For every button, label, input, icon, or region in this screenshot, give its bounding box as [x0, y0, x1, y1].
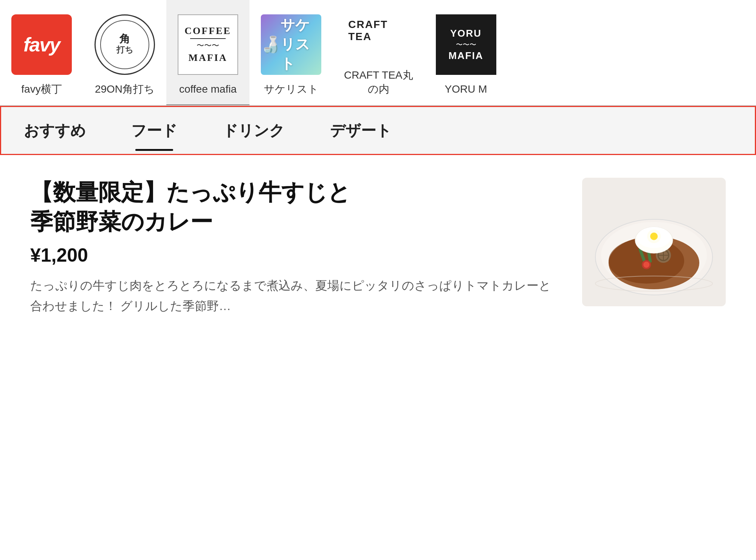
coffee-mafia-logo: COFFEE 〜〜〜 MAFIA: [178, 14, 238, 75]
nav-label-coffee-mafia: coffee mafia: [179, 82, 237, 96]
kakuuchi-logo-box: 角 打ち: [94, 14, 155, 75]
menu-item-price: ¥1,200: [30, 244, 559, 266]
menu-item-image: [582, 178, 726, 306]
yoru-mafia-logo-box: YORU 〜〜〜 MAFIA: [436, 14, 496, 75]
cm-text-mafia: MAFIA: [188, 52, 227, 64]
nav-item-sakelist[interactable]: 🍶 サケリスト サケリスト: [249, 0, 333, 105]
favy-logo: favy: [11, 14, 72, 75]
svg-point-11: [643, 262, 649, 268]
navigation-bar: favy favy横丁 角 打ち 29ON角打ち COFFEE 〜〜〜 MAFI…: [0, 0, 756, 106]
craft-tea-logo: CRAFT TEA: [348, 19, 409, 42]
nav-item-coffee-mafia[interactable]: COFFEE 〜〜〜 MAFIA coffee mafia: [166, 0, 249, 105]
cm-moustache-icon: 〜〜〜: [197, 40, 219, 51]
tab-drink[interactable]: ドリンク: [200, 107, 307, 154]
nav-label-craft-tea: CRAFT TEA丸の内: [344, 68, 413, 96]
ym-bottom-text: MAFIA: [448, 50, 483, 62]
curry-dish-svg: [588, 181, 720, 302]
yoru-mafia-logo: YORU 〜〜〜 MAFIA: [436, 14, 496, 75]
menu-item-description: たっぷりの牛すじ肉をとろとろになるまで煮込み、夏場にピッタリのさっぱりトマトカレ…: [30, 275, 559, 316]
ym-moustache-icon: 〜〜〜: [456, 40, 476, 49]
kakuuchi-uchi: 打ち: [116, 44, 133, 56]
svg-point-15: [650, 233, 658, 240]
favy-logo-box: favy: [11, 14, 72, 75]
cm-text-coffee: COFFEE: [184, 25, 231, 37]
tab-food[interactable]: フード: [108, 107, 200, 154]
tab-osusume[interactable]: おすすめ: [1, 107, 108, 154]
favy-logo-text: favy: [23, 33, 60, 56]
nav-label-sakelist: サケリスト: [264, 82, 319, 96]
sakelist-icon: 🍶: [261, 35, 280, 54]
nav-label-yoru-mafia: YORU M: [445, 82, 487, 96]
craft-tea-text: CRAFT TEA: [348, 19, 409, 43]
menu-content: 【数量限定】たっぷり牛すじと季節野菜のカレー ¥1,200 たっぷりの牛すじ肉を…: [0, 155, 756, 339]
sakelist-logo: 🍶 サケリスト: [261, 14, 321, 75]
sakelist-text: サケリスト: [280, 16, 321, 73]
menu-item-title: 【数量限定】たっぷり牛すじと季節野菜のカレー: [30, 178, 559, 237]
sakelist-logo-box: 🍶 サケリスト: [261, 14, 321, 75]
coffee-mafia-logo-box: COFFEE 〜〜〜 MAFIA: [178, 14, 238, 75]
menu-item-curry[interactable]: 【数量限定】たっぷり牛すじと季節野菜のカレー ¥1,200 たっぷりの牛すじ肉を…: [30, 178, 726, 316]
kakuuchi-logo: 角 打ち: [94, 14, 155, 75]
ym-top-text: YORU: [450, 28, 482, 39]
nav-label-favy: favy横丁: [21, 82, 62, 96]
menu-item-text: 【数量限定】たっぷり牛すじと季節野菜のカレー ¥1,200 たっぷりの牛すじ肉を…: [30, 178, 559, 316]
kakuuchi-kaku: 角: [119, 34, 130, 44]
category-tabs: おすすめ フード ドリンク デザート: [0, 106, 756, 155]
nav-item-kakuuchi[interactable]: 角 打ち 29ON角打ち: [83, 0, 166, 105]
nav-item-favy[interactable]: favy favy横丁: [0, 0, 83, 105]
craft-tea-logo-box: CRAFT TEA: [348, 0, 409, 61]
kakuuchi-inner: 角 打ち: [100, 20, 149, 69]
cm-divider: [190, 38, 226, 39]
nav-item-yoru-mafia[interactable]: YORU 〜〜〜 MAFIA YORU M: [424, 0, 508, 105]
tab-dessert[interactable]: デザート: [307, 107, 414, 154]
nav-item-craft-tea[interactable]: CRAFT TEA CRAFT TEA丸の内: [333, 0, 424, 105]
nav-label-kakuuchi: 29ON角打ち: [95, 82, 155, 96]
